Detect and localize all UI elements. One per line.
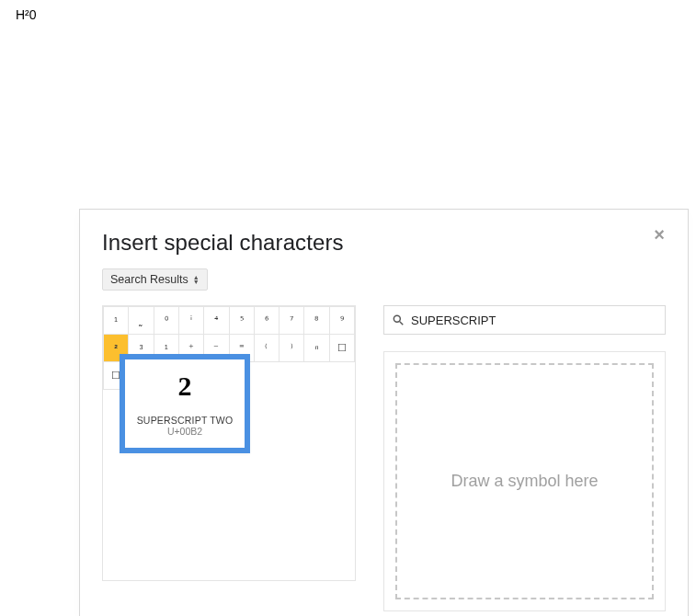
character-cell[interactable]: ⁸ [304, 307, 329, 335]
character-cell[interactable]: ⁶ [254, 307, 279, 335]
character-cell[interactable]: ⁵ [229, 307, 254, 335]
search-input[interactable] [411, 314, 657, 327]
document-text: H²0 [16, 7, 37, 22]
search-field-wrapper[interactable] [383, 305, 666, 335]
close-button[interactable]: × [649, 226, 669, 246]
sort-arrows-icon: ▲▼ [193, 275, 200, 284]
dialog-body: ¹˷⁰ⁱ⁴⁵⁶⁷⁸⁹²³¹⁺⁻⁼⁽⁾ⁿ☐☐ 2 SUPERSCRIPT TWO … [102, 305, 666, 611]
svg-line-1 [400, 322, 404, 325]
search-icon [392, 314, 405, 326]
character-cell[interactable]: ⁴ [204, 307, 229, 335]
character-cell[interactable]: ⁾ [280, 335, 304, 362]
character-cell [329, 362, 354, 390]
character-cell [304, 362, 329, 390]
category-dropdown[interactable]: Search Results ▲▼ [102, 268, 208, 291]
character-cell [280, 362, 304, 390]
preview-codepoint: U+00B2 [131, 426, 239, 437]
character-cell[interactable]: ⁷ [280, 307, 304, 335]
dialog-title: Insert special characters [102, 230, 666, 256]
character-grid-container: ¹˷⁰ⁱ⁴⁵⁶⁷⁸⁹²³¹⁺⁻⁼⁽⁾ⁿ☐☐ 2 SUPERSCRIPT TWO … [102, 305, 356, 581]
character-cell[interactable]: ☐ [329, 335, 354, 362]
dropdown-label: Search Results [110, 273, 188, 286]
draw-panel: Draw a symbol here [383, 351, 666, 611]
character-cell[interactable]: ⁰ [154, 307, 178, 335]
character-preview-tooltip: 2 SUPERSCRIPT TWO U+00B2 [120, 354, 250, 453]
preview-glyph: 2 [131, 371, 239, 402]
insert-special-characters-dialog: Insert special characters × Search Resul… [79, 209, 689, 616]
draw-canvas[interactable]: Draw a symbol here [395, 363, 654, 599]
left-column: ¹˷⁰ⁱ⁴⁵⁶⁷⁸⁹²³¹⁺⁻⁼⁽⁾ⁿ☐☐ 2 SUPERSCRIPT TWO … [102, 305, 356, 611]
right-column: Draw a symbol here [383, 305, 666, 611]
character-cell[interactable]: ⁱ [178, 307, 203, 335]
character-cell [254, 362, 279, 390]
character-cell[interactable]: ⁹ [329, 307, 354, 335]
draw-hint-text: Draw a symbol here [451, 472, 598, 491]
close-icon: × [654, 224, 665, 245]
dialog-header: Insert special characters × [102, 230, 666, 256]
character-cell[interactable]: ¹ [104, 307, 129, 335]
preview-name: SUPERSCRIPT TWO [131, 415, 239, 426]
character-cell[interactable]: ⁿ [304, 335, 329, 362]
character-cell[interactable]: ˷ [129, 307, 154, 335]
svg-point-0 [394, 315, 400, 322]
doc-text-content: H²0 [16, 7, 37, 22]
character-cell[interactable]: ⁽ [254, 335, 279, 362]
